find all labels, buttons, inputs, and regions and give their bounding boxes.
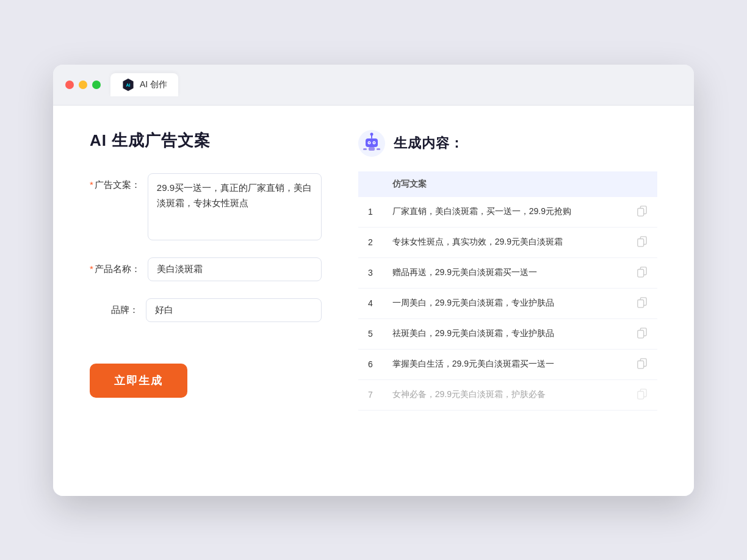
row-text: 掌握美白生活，29.9元美白淡斑霜买一送一	[383, 349, 627, 379]
row-number: 6	[358, 349, 383, 379]
brand-input[interactable]	[146, 298, 322, 322]
generate-button[interactable]: 立即生成	[90, 364, 187, 398]
title-bar: AI AI 创作	[53, 65, 694, 106]
result-title: 生成内容：	[394, 134, 464, 153]
row-number: 1	[358, 197, 383, 228]
svg-rect-10	[369, 147, 375, 151]
col-content: 仿写文案	[383, 171, 627, 197]
copy-button[interactable]	[627, 318, 657, 349]
product-name-input[interactable]	[148, 257, 322, 281]
result-header: 生成内容：	[358, 130, 657, 157]
brand-label: 品牌：	[90, 298, 139, 316]
brand-group: 品牌：	[90, 298, 322, 322]
required-star-2: *	[90, 264, 93, 274]
required-star-1: *	[90, 179, 93, 190]
ad-copy-group: *广告文案： 29.9买一送一，真正的厂家直销，美白淡斑霜，专抹女性斑点	[90, 173, 322, 240]
page-title: AI 生成广告文案	[90, 130, 322, 151]
svg-rect-20	[638, 300, 644, 307]
table-header-row: 仿写文案	[358, 171, 657, 197]
ai-tab-icon: AI	[121, 78, 135, 92]
copy-button[interactable]	[627, 288, 657, 318]
svg-rect-5	[366, 138, 378, 147]
svg-point-8	[369, 142, 370, 143]
maximize-button[interactable]	[92, 81, 101, 89]
row-text: 专抹女性斑点，真实功效，29.9元美白淡斑霜	[383, 227, 627, 257]
svg-rect-18	[638, 269, 644, 277]
table-row: 1厂家直销，美白淡斑霜，买一送一，29.9元抢购	[358, 197, 657, 228]
close-button[interactable]	[65, 81, 74, 89]
browser-window: AI AI 创作 AI 生成广告文案 *广告文案： 29.9买一送一，真正的厂家…	[53, 65, 694, 496]
col-num	[358, 171, 383, 197]
ad-copy-input[interactable]: 29.9买一送一，真正的厂家直销，美白淡斑霜，专抹女性斑点	[148, 173, 322, 240]
row-number: 4	[358, 288, 383, 318]
col-action	[627, 171, 657, 197]
table-row: 6掌握美白生活，29.9元美白淡斑霜买一送一	[358, 349, 657, 379]
svg-rect-14	[638, 208, 644, 216]
copy-button[interactable]	[627, 227, 657, 257]
left-panel: AI 生成广告文案 *广告文案： 29.9买一送一，真正的厂家直销，美白淡斑霜，…	[90, 130, 322, 472]
row-text: 厂家直销，美白淡斑霜，买一送一，29.9元抢购	[383, 197, 627, 228]
svg-rect-12	[377, 148, 380, 150]
main-content: AI 生成广告文案 *广告文案： 29.9买一送一，真正的厂家直销，美白淡斑霜，…	[53, 106, 694, 496]
svg-point-9	[374, 142, 375, 143]
product-name-label: *产品名称：	[90, 257, 140, 275]
row-number: 2	[358, 227, 383, 257]
minimize-button[interactable]	[79, 81, 87, 89]
row-text: 女神必备，29.9元美白淡斑霜，护肤必备	[383, 379, 627, 410]
robot-icon	[358, 130, 385, 157]
traffic-lights	[65, 81, 101, 89]
table-row: 2专抹女性斑点，真实功效，29.9元美白淡斑霜	[358, 227, 657, 257]
results-table: 仿写文案 1厂家直销，美白淡斑霜，买一送一，29.9元抢购 2专抹女性斑点，真实…	[358, 171, 657, 411]
row-number: 3	[358, 257, 383, 288]
row-number: 5	[358, 318, 383, 349]
svg-rect-24	[638, 361, 644, 368]
table-row: 7女神必备，29.9元美白淡斑霜，护肤必备	[358, 379, 657, 410]
copy-button[interactable]	[627, 349, 657, 379]
product-name-group: *产品名称：	[90, 257, 322, 281]
ad-copy-label: *广告文案：	[90, 173, 140, 191]
svg-rect-11	[363, 148, 367, 150]
table-row: 4一周美白，29.9元美白淡斑霜，专业护肤品	[358, 288, 657, 318]
svg-text:AI: AI	[126, 83, 130, 88]
active-tab[interactable]: AI AI 创作	[110, 73, 178, 96]
row-text: 赠品再送，29.9元美白淡斑霜买一送一	[383, 257, 627, 288]
svg-rect-16	[638, 239, 644, 246]
tab-label: AI 创作	[140, 79, 167, 90]
row-number: 7	[358, 379, 383, 410]
table-row: 5祛斑美白，29.9元美白淡斑霜，专业护肤品	[358, 318, 657, 349]
copy-button[interactable]	[627, 257, 657, 288]
row-text: 一周美白，29.9元美白淡斑霜，专业护肤品	[383, 288, 627, 318]
right-panel: 生成内容： 仿写文案 1厂家直销，美白淡斑霜，买一送一，29.9元抢购 2专抹女…	[358, 130, 657, 472]
copy-button[interactable]	[627, 379, 657, 410]
copy-button[interactable]	[627, 197, 657, 228]
row-text: 祛斑美白，29.9元美白淡斑霜，专业护肤品	[383, 318, 627, 349]
svg-point-4	[370, 132, 374, 135]
table-row: 3赠品再送，29.9元美白淡斑霜买一送一	[358, 257, 657, 288]
svg-rect-22	[638, 330, 644, 338]
svg-rect-26	[638, 391, 644, 399]
